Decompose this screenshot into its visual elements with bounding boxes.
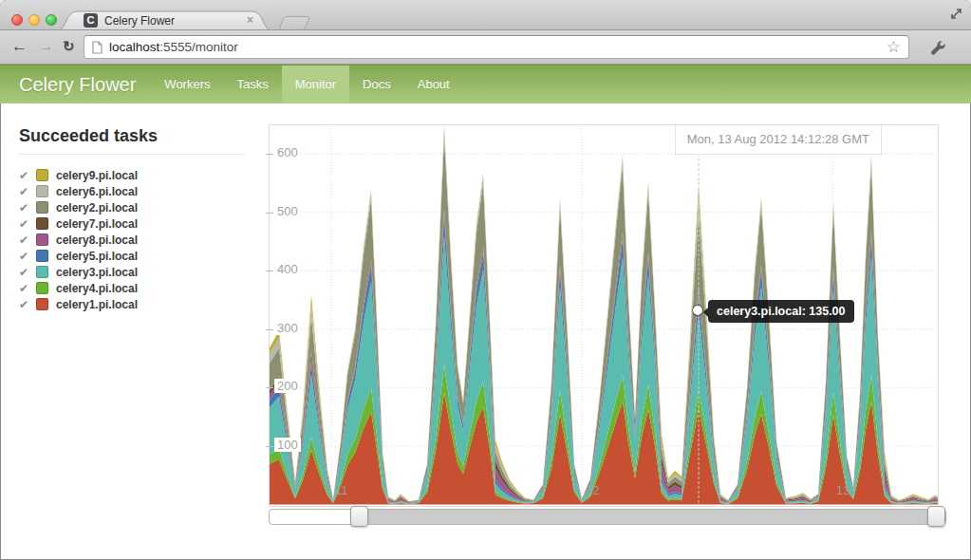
page-title: Succeeded tasks: [19, 126, 158, 146]
y-axis-label: 300: [274, 321, 301, 335]
legend-swatch: [36, 185, 48, 197]
legend-swatch: [36, 266, 48, 278]
legend-item[interactable]: ✔celery8.pi.local: [19, 232, 247, 248]
legend-swatch: [36, 217, 48, 230]
legend-item[interactable]: ✔celery2.pi.local: [19, 199, 247, 215]
y-axis-label: 200: [274, 379, 301, 393]
legend-item[interactable]: ✔celery1.pi.local: [19, 296, 247, 312]
page-icon: [92, 41, 103, 54]
bookmark-star-icon[interactable]: ☆: [887, 40, 901, 55]
legend-swatch: [36, 169, 48, 181]
minimize-traffic-light[interactable]: [28, 14, 40, 26]
url-path: :5555/monitor: [159, 40, 238, 54]
back-button[interactable]: ←: [11, 36, 28, 57]
legend-item[interactable]: ✔celery7.pi.local: [19, 215, 247, 232]
legend-item[interactable]: ✔celery4.pi.local: [19, 280, 247, 296]
slider-handle-right[interactable]: [927, 506, 945, 527]
timestamp-box: Mon, 13 Aug 2012 14:12:28 GMT: [675, 125, 882, 155]
check-icon[interactable]: ✔: [19, 298, 36, 311]
range-slider[interactable]: [269, 509, 946, 525]
tab-strip: C Celery Flower ×: [0, 0, 971, 30]
nav-item-monitor[interactable]: Monitor: [282, 65, 349, 103]
slider-handle-left[interactable]: [350, 506, 368, 527]
nav-item-docs[interactable]: Docs: [349, 65, 404, 103]
y-axis-tick: [266, 329, 273, 330]
forward-button[interactable]: →: [38, 36, 54, 57]
x-axis-label: 11: [335, 483, 348, 497]
new-tab-button[interactable]: [278, 16, 311, 30]
y-axis-tick: [266, 213, 273, 214]
reload-button[interactable]: ↻: [63, 36, 75, 57]
check-icon[interactable]: ✔: [19, 233, 36, 247]
tab-title: Celery Flower: [104, 14, 175, 28]
url-text[interactable]: localhost:5555/monitor: [109, 40, 887, 54]
y-axis-tick: [266, 271, 273, 271]
check-icon[interactable]: ✔: [19, 201, 36, 215]
x-axis-label: 12: [586, 483, 599, 497]
check-icon[interactable]: ✔: [19, 282, 36, 295]
legend-item[interactable]: ✔celery3.pi.local: [19, 264, 247, 280]
tab-favicon: C: [84, 13, 98, 28]
navbar: Celery Flower Workers Tasks Monitor Docs…: [0, 65, 971, 103]
y-axis-tick: [266, 154, 273, 155]
brand[interactable]: Celery Flower: [0, 65, 151, 103]
hover-dot-icon: [693, 306, 702, 315]
browser-window: C Celery Flower × ← → ↻ localhost:5555/m…: [0, 0, 971, 560]
legend-swatch: [36, 282, 48, 294]
y-axis-label: 100: [274, 438, 301, 452]
tooltip: celery3.pi.local: 135.00: [708, 300, 854, 323]
y-axis-label: 400: [274, 262, 301, 276]
legend-swatch: [36, 250, 48, 262]
check-icon[interactable]: ✔: [19, 217, 36, 231]
y-axis-label: 600: [274, 145, 301, 159]
nav-item-tasks[interactable]: Tasks: [224, 65, 282, 103]
legend-item[interactable]: ✔celery9.pi.local: [19, 167, 247, 183]
y-axis-tick: [266, 446, 273, 447]
close-traffic-light[interactable]: [11, 14, 23, 26]
check-icon[interactable]: ✔: [19, 185, 36, 198]
wrench-icon[interactable]: [930, 40, 946, 56]
nav-item-about[interactable]: About: [404, 65, 463, 103]
legend-swatch: [36, 298, 48, 310]
check-icon[interactable]: ✔: [19, 250, 36, 263]
y-axis-tick: [266, 387, 273, 388]
zoom-traffic-light[interactable]: [46, 14, 57, 26]
x-axis-label: 13: [836, 483, 850, 497]
fullscreen-icon[interactable]: [948, 6, 964, 22]
check-icon[interactable]: ✔: [19, 169, 36, 182]
legend-swatch: [36, 201, 48, 214]
y-axis-label: 500: [274, 204, 301, 218]
title-divider: [19, 154, 245, 155]
nav-item-workers[interactable]: Workers: [151, 65, 223, 103]
check-icon[interactable]: ✔: [19, 266, 36, 279]
legend: ✔celery9.pi.local ✔celery6.pi.local ✔cel…: [19, 167, 247, 312]
slider-selected-range[interactable]: [359, 510, 938, 524]
tab-close-icon[interactable]: ×: [247, 13, 253, 27]
url-host: localhost: [109, 40, 159, 54]
legend-item[interactable]: ✔celery5.pi.local: [19, 248, 247, 264]
address-bar[interactable]: localhost:5555/monitor ☆: [84, 35, 909, 59]
legend-swatch: [36, 233, 48, 246]
legend-item[interactable]: ✔celery6.pi.local: [19, 183, 247, 199]
chart-area[interactable]: Mon, 13 Aug 2012 14:12:28 GMT celery3.pi…: [269, 124, 939, 507]
